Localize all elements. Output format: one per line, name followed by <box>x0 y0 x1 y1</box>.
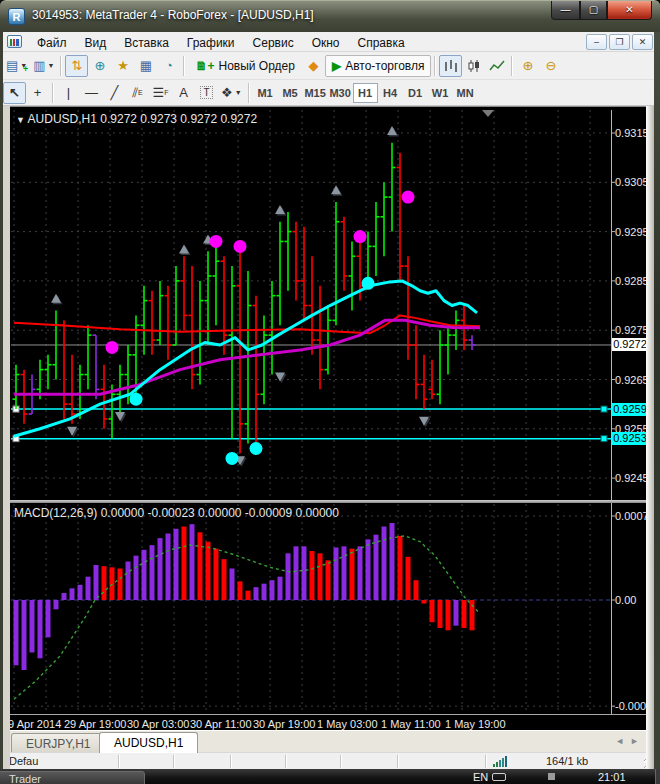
main-panel <box>11 110 611 500</box>
right-frame <box>646 106 654 769</box>
metatrader-window: R 3014953: MetaTrader 4 - RoboForex - [A… <box>0 0 660 784</box>
time-axis-divider <box>3 714 646 715</box>
tab-AUDUSD,H1[interactable]: AUDUSD,H1 <box>99 732 198 753</box>
window-border-left <box>0 32 3 769</box>
left-frame <box>3 106 10 769</box>
macd-panel <box>11 504 611 714</box>
chart-canvas[interactable] <box>0 0 660 784</box>
window-border-right <box>654 32 660 769</box>
panel-splitter[interactable] <box>3 500 646 503</box>
